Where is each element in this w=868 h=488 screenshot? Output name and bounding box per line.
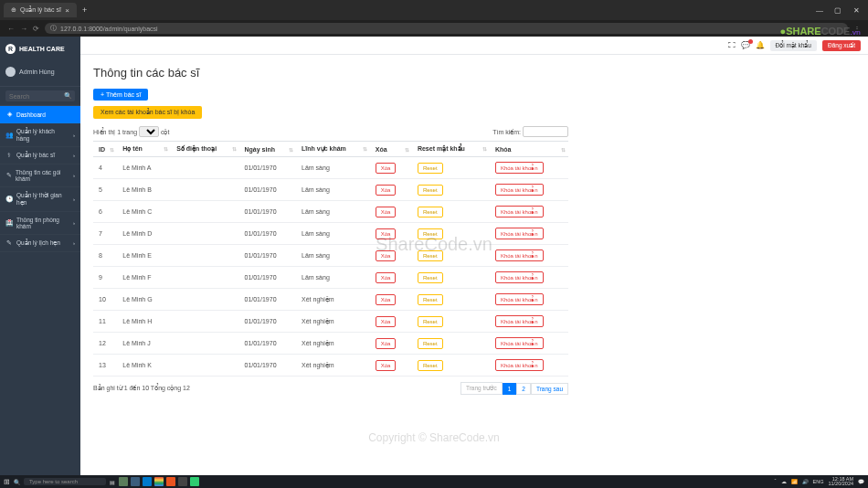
next-page-button[interactable]: Trang sau — [531, 383, 568, 395]
lock-button[interactable]: Khóa tài khoản — [495, 206, 544, 217]
sidebar-brand[interactable]: R HEALTH CARE — [0, 37, 80, 61]
close-window-button[interactable]: ✕ — [848, 6, 864, 15]
reset-button[interactable]: Reset — [418, 163, 443, 174]
browser-tab[interactable]: ⊕ Quản lý bác sĩ × — [4, 3, 77, 17]
delete-button[interactable]: Xóa — [376, 163, 397, 174]
reset-button[interactable]: Reset — [418, 294, 443, 305]
reset-button[interactable]: Reset — [418, 272, 443, 283]
window-controls: — ▢ ✕ — [811, 6, 864, 15]
reload-icon[interactable]: ⟳ — [33, 25, 39, 33]
view-locked-button[interactable]: Xem các tài khoản bác sĩ bị khóa — [93, 106, 202, 119]
reset-button[interactable]: Reset — [418, 207, 443, 217]
delete-button[interactable]: Xóa — [376, 185, 397, 196]
lock-button[interactable]: Khóa tài khoản — [495, 228, 544, 239]
cell-id: 12 — [93, 333, 117, 355]
search-taskbar-icon[interactable]: 🔍 — [14, 479, 20, 485]
col-lock[interactable]: Khóa — [490, 142, 568, 157]
url-input[interactable]: ⓘ 127.0.0.1:8000/admin/quanlybacsi — [45, 23, 848, 34]
reset-button[interactable]: Reset — [418, 316, 443, 327]
notification-icon[interactable]: 💬 — [741, 41, 750, 49]
nav-back-icon[interactable]: ← — [7, 25, 15, 33]
change-password-button[interactable]: Đổi mật khẩu — [770, 40, 817, 51]
lock-button[interactable]: Khóa tài khoản — [495, 162, 544, 174]
table-search-input[interactable] — [523, 126, 568, 137]
lock-button[interactable]: Khóa tài khoản — [495, 184, 544, 196]
cell-name: Lê Minh H — [117, 311, 171, 333]
lock-button[interactable]: Khóa tài khoản — [495, 271, 544, 283]
terminal-icon[interactable] — [178, 477, 187, 486]
cell-field: Xét nghiệm — [296, 311, 370, 333]
nav-dashboard[interactable]: ◈ Dashboard — [0, 106, 80, 123]
doctors-table: ID Họ tên Số điện thoại Ngày sinh Lĩnh v… — [93, 141, 568, 377]
tray-cloud-icon[interactable]: ☁ — [781, 479, 787, 484]
lock-button[interactable]: Khóa tài khoản — [495, 337, 544, 349]
nav-packages[interactable]: ✎ Thông tin các gói khám › — [0, 164, 80, 187]
bell-icon[interactable]: 🔔 — [756, 41, 765, 49]
clock-date[interactable]: 11/20/2024 — [828, 482, 853, 487]
search-icon[interactable]: 🔍 — [64, 92, 72, 100]
notification-center-icon[interactable]: 💬 — [858, 479, 864, 484]
cell-dob: 01/01/1970 — [239, 223, 297, 245]
lock-button[interactable]: Khóa tài khoản — [495, 293, 544, 305]
table-row: 12 Lê Minh J 01/01/1970 Xét nghiệm Xóa R… — [93, 333, 568, 355]
page-1-button[interactable]: 1 — [503, 383, 517, 395]
col-name[interactable]: Họ tên — [117, 142, 171, 157]
nav-forward-icon[interactable]: → — [20, 25, 27, 33]
sidebar: R HEALTH CARE Admin Hùng 🔍 ◈ Dashboard 👥… — [0, 37, 80, 475]
col-id[interactable]: ID — [93, 142, 117, 157]
reset-button[interactable]: Reset — [418, 185, 443, 196]
vscode-icon[interactable] — [143, 477, 152, 486]
lock-button[interactable]: Khóa tài khoản — [495, 315, 544, 327]
taskbar-search[interactable]: Type here to search — [24, 478, 106, 485]
tray-volume-icon[interactable]: 🔊 — [802, 479, 809, 484]
cell-field: Lâm sàng — [296, 267, 370, 289]
lock-button[interactable]: Khóa tài khoản — [495, 249, 544, 261]
nav-appointments[interactable]: ✎ Quản lý lịch hẹn › — [0, 235, 80, 252]
app-icon[interactable] — [166, 477, 175, 486]
tray-chevron-icon[interactable]: ˄ — [774, 479, 777, 484]
prev-page-button[interactable]: Trang trước — [460, 382, 503, 395]
close-icon[interactable]: × — [65, 6, 69, 15]
col-reset[interactable]: Reset mật khẩu — [412, 142, 490, 157]
app-icon[interactable] — [119, 477, 128, 486]
app-icon[interactable] — [190, 477, 199, 486]
reset-button[interactable]: Reset — [418, 338, 443, 349]
col-dob[interactable]: Ngày sinh — [239, 142, 297, 157]
task-view-icon[interactable]: ▤ — [110, 479, 115, 485]
chrome-icon[interactable] — [154, 477, 164, 486]
app-icon[interactable] — [131, 477, 140, 486]
expand-icon[interactable]: ⛶ — [728, 41, 736, 49]
nav-customers[interactable]: 👥 Quản lý khách hàng › — [0, 123, 80, 147]
tray-lang-icon[interactable]: ENG — [813, 479, 824, 484]
new-tab-button[interactable]: + — [77, 5, 92, 15]
maximize-button[interactable]: ▢ — [830, 6, 846, 15]
page-2-button[interactable]: 2 — [516, 383, 531, 395]
reset-button[interactable]: Reset — [418, 360, 443, 371]
minimize-button[interactable]: — — [811, 6, 828, 15]
delete-button[interactable]: Xóa — [376, 360, 397, 371]
page-size-select[interactable]: 10 — [139, 126, 159, 137]
cell-dob: 01/01/1970 — [239, 311, 297, 333]
cell-phone — [171, 157, 238, 179]
delete-button[interactable]: Xóa — [376, 294, 397, 305]
add-doctor-button[interactable]: + Thêm bác sĩ — [93, 89, 148, 101]
col-phone[interactable]: Số điện thoại — [171, 142, 238, 157]
logout-button[interactable]: Đăng xuất — [822, 40, 861, 51]
delete-button[interactable]: Xóa — [376, 207, 397, 217]
nav-schedule-time[interactable]: 🕒 Quản lý thời gian hẹn › — [0, 187, 80, 212]
cell-phone — [171, 267, 238, 289]
delete-button[interactable]: Xóa — [376, 338, 397, 349]
col-field[interactable]: Lĩnh vực khám — [296, 142, 370, 157]
lock-button[interactable]: Khóa tài khoản — [495, 359, 544, 371]
delete-button[interactable]: Xóa — [376, 272, 397, 283]
nav-doctors[interactable]: ⚕ Quản lý bác sĩ › — [0, 147, 80, 164]
sidebar-user[interactable]: Admin Hùng — [0, 61, 80, 87]
col-delete[interactable]: Xóa — [370, 142, 412, 157]
badge-dot — [748, 39, 753, 44]
cell-dob: 01/01/1970 — [239, 289, 297, 311]
delete-button[interactable]: Xóa — [376, 316, 397, 327]
nav-clinics[interactable]: 🏥 Thông tin phòng khám › — [0, 212, 80, 235]
start-button[interactable]: ⊞ — [4, 478, 10, 486]
tray-wifi-icon[interactable]: 📶 — [791, 479, 798, 484]
nav-label: Quản lý lịch hẹn — [16, 239, 60, 247]
